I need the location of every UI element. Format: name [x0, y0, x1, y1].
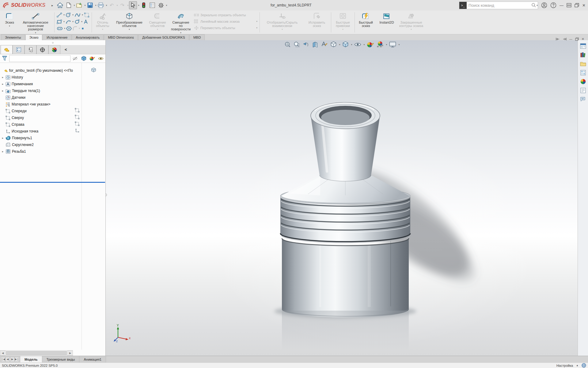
tree-item-revolve[interactable]: ▸ Повернуть1	[0, 135, 73, 141]
options-caret[interactable]: ▾	[166, 4, 167, 7]
appearances-scenes-button[interactable]	[579, 78, 587, 85]
tree-item-solid-bodies[interactable]: ▸ Твердые тела(1)	[0, 87, 73, 94]
display-pane-cube-icon[interactable]	[81, 56, 86, 61]
edit-appearance-button[interactable]	[366, 40, 375, 48]
home-button[interactable]	[56, 1, 64, 9]
tab-analyze[interactable]: Анализировать	[72, 34, 104, 40]
tab-features[interactable]: Элементы	[1, 34, 25, 40]
redo-button[interactable]: ↷	[118, 1, 126, 9]
line-tool-icon[interactable]	[57, 13, 62, 17]
window-span-displays-button[interactable]	[567, 3, 571, 7]
open-caret[interactable]: ▾	[84, 4, 85, 7]
tree-item-origin[interactable]: Исходная точка	[0, 128, 73, 135]
rectangle-tool-icon[interactable]	[57, 19, 62, 24]
file-properties-button[interactable]	[148, 1, 156, 9]
search-icon[interactable]	[531, 3, 536, 8]
select-tool-caret[interactable]: ▾	[138, 4, 139, 7]
offset-entities-button[interactable]: Смещение объектов ▾	[146, 11, 169, 34]
move-entities-caret[interactable]: ▾	[256, 27, 258, 29]
options-button[interactable]	[157, 1, 165, 9]
view-palette-button[interactable]	[579, 69, 587, 76]
tree-item-top-plane[interactable]: Сверху	[0, 114, 73, 121]
hide-show-items-caret[interactable]: ▾	[363, 43, 365, 46]
offset-on-surface-caret[interactable]: ▾	[180, 32, 181, 34]
annotation-views-button[interactable]	[320, 40, 328, 48]
status-customize-caret[interactable]: ▲	[576, 364, 579, 367]
new-document-caret[interactable]: ▾	[74, 4, 75, 7]
undo-button[interactable]: ↶	[108, 1, 116, 9]
circle-tool-icon[interactable]	[66, 13, 71, 17]
linear-pattern-caret[interactable]: ▾	[256, 20, 258, 23]
smart-dimension-button[interactable]: Автоматическое нанесение размеров ▾	[18, 11, 53, 34]
convert-entities-caret[interactable]: ▾	[129, 28, 130, 31]
prev-tab-button[interactable]: ◀	[6, 357, 10, 362]
new-document-button[interactable]	[65, 1, 73, 9]
mirror-entities-tool-icon[interactable]	[84, 13, 89, 17]
command-search[interactable]: >_ ▾	[459, 2, 538, 9]
help-icon[interactable]	[550, 2, 556, 8]
view-orientation-button[interactable]	[329, 40, 337, 48]
status-customize-button[interactable]: Настройка	[556, 364, 573, 367]
graphics-viewport[interactable]: ▾ ▾ ▾ ▾ ▾	[106, 40, 578, 356]
hide-types-icon[interactable]	[72, 56, 78, 61]
quick-snaps-caret[interactable]: ▾	[342, 28, 343, 31]
menu-flyout-icon[interactable]: ▸	[51, 4, 53, 7]
move-entities-button[interactable]: Переместить объекты ▾	[194, 25, 257, 31]
shaded-sketch-contours-button[interactable]: Закрашенные контуры эскиза ▾	[397, 11, 425, 34]
doc-restore-button[interactable]	[575, 37, 579, 41]
tree-item-sensors[interactable]: Датчики	[0, 94, 73, 101]
scroll-left-button[interactable]: ◀	[0, 351, 6, 356]
ellipse-tool-icon[interactable]	[74, 19, 80, 24]
tree-item-annotations[interactable]: ▸ Примечания	[0, 81, 73, 87]
tab-mbd-dimensions[interactable]: MBD Dimensions	[104, 34, 138, 40]
select-tool-button[interactable]	[129, 1, 137, 9]
ellipse-tool-caret[interactable]: ▾	[81, 20, 82, 23]
tab-evaluate[interactable]: Исправление	[43, 34, 71, 40]
offset-on-surface-button[interactable]: Смещение по поверхности ▾	[169, 11, 193, 34]
display-style-button[interactable]	[341, 40, 349, 48]
scroll-thumb[interactable]	[6, 351, 67, 355]
spline-tool-icon[interactable]	[74, 13, 81, 17]
units-globe-icon[interactable]	[582, 363, 586, 368]
save-caret[interactable]: ▾	[95, 4, 96, 7]
search-caret[interactable]: ▾	[537, 4, 538, 7]
apply-scene-button[interactable]	[376, 40, 385, 48]
window-close-button[interactable]: ✕	[582, 3, 586, 8]
zoom-to-area-button[interactable]	[293, 40, 301, 48]
offset-entities-caret[interactable]: ▾	[157, 28, 158, 31]
rapid-sketch-button[interactable]: Быстрый эскиз	[356, 11, 376, 34]
display-relations-button[interactable]: Отобразить/Скрыть взаимосвязи ▾	[261, 11, 304, 34]
window-restore-button[interactable]	[575, 3, 579, 7]
polygon-tool-icon[interactable]	[66, 26, 72, 31]
last-tab-button[interactable]: ▶❘	[15, 357, 19, 362]
custom-properties-button[interactable]	[579, 87, 587, 94]
view-orientation-caret[interactable]: ▾	[339, 43, 340, 46]
rectangle-tool-caret[interactable]: ▾	[63, 20, 65, 23]
3d-model-render[interactable]	[106, 40, 577, 356]
circle-tool-caret[interactable]: ▾	[72, 13, 74, 16]
shaded-sketch-contours-caret[interactable]: ▾	[411, 28, 412, 31]
instant2d-button[interactable]: Instant2D	[376, 11, 397, 34]
model-tab[interactable]: Модель	[20, 356, 42, 362]
first-tab-button[interactable]: ❘◀	[1, 357, 5, 362]
rebuild-button[interactable]	[140, 1, 148, 9]
previous-view-button[interactable]	[302, 40, 310, 48]
display-mode-cube-icon[interactable]	[91, 67, 96, 72]
sketch-caret[interactable]: ▾	[9, 25, 10, 27]
section-view-button[interactable]	[311, 40, 319, 48]
dimxpert-tab[interactable]	[36, 45, 48, 54]
animation-tab[interactable]: Анимация1	[79, 356, 106, 362]
doc-prev-window-icon[interactable]	[556, 37, 560, 41]
tab-sketch[interactable]: Эскиз	[25, 34, 42, 40]
file-explorer-button[interactable]	[579, 60, 587, 67]
tree-item-history[interactable]: ▸ History	[0, 74, 73, 81]
tab-mbd[interactable]: MBD	[189, 34, 205, 40]
3d-views-tab[interactable]: Трехмерные виды	[42, 356, 80, 362]
edit-appearance-small-icon[interactable]	[89, 56, 95, 61]
display-relations-caret[interactable]: ▾	[282, 28, 283, 31]
eye-icon[interactable]	[98, 57, 104, 60]
hide-show-items-button[interactable]	[353, 40, 362, 48]
redo-caret[interactable]: ▾	[127, 4, 128, 7]
tab-addins[interactable]: Добавления SOLIDWORKS	[138, 34, 189, 40]
user-account-icon[interactable]	[541, 2, 547, 8]
